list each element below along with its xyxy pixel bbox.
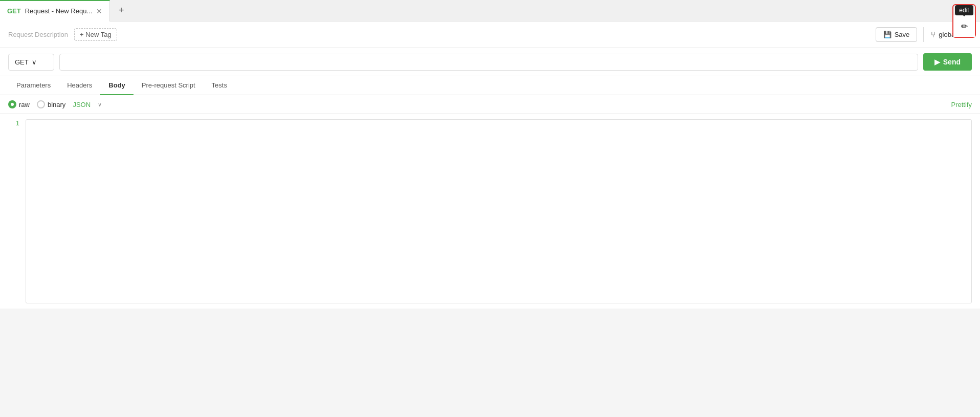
tab-bar: GET Request - New Requ... ✕ + [0, 0, 980, 21]
binary-label: binary [48, 101, 65, 108]
tab-title: Request - New Requ... [25, 7, 93, 15]
edit-panel: edit ✏ [952, 4, 976, 38]
raw-radio[interactable] [8, 100, 16, 108]
tab-get-request[interactable]: GET Request - New Requ... ✕ [0, 0, 110, 21]
raw-label: raw [19, 101, 30, 108]
json-type-chevron-icon[interactable]: ∨ [98, 101, 102, 108]
url-input[interactable] [59, 54, 918, 71]
method-label: GET [15, 58, 29, 66]
tab-pre-request-script[interactable]: Pre-request Script [133, 76, 204, 95]
pencil-icon: ✏ [961, 21, 968, 31]
json-type-label: JSON [73, 101, 91, 108]
tab-close-icon[interactable]: ✕ [96, 8, 102, 15]
prettify-button[interactable]: Prettify [951, 101, 972, 108]
send-label: Send [943, 58, 961, 66]
tab-tests[interactable]: Tests [204, 76, 235, 95]
tab-method: GET [7, 7, 21, 15]
save-label: Save [895, 31, 910, 38]
tab-body[interactable]: Body [100, 76, 133, 95]
tabs-nav: Parameters Headers Body Pre-request Scri… [0, 76, 980, 95]
header-row: Request Description + New Tag 💾 Save ⑂ g… [0, 21, 980, 48]
binary-radio[interactable] [37, 100, 45, 108]
raw-option[interactable]: raw [8, 100, 30, 108]
method-chevron-icon: ∨ [32, 58, 37, 66]
body-options: raw binary JSON ∨ Prettify [0, 95, 980, 114]
binary-option[interactable]: binary [37, 100, 65, 108]
save-icon: 💾 [883, 31, 892, 38]
tab-headers[interactable]: Headers [59, 76, 100, 95]
send-icon: ▶ [934, 58, 940, 66]
edit-pencil-button[interactable]: ✏ [953, 15, 975, 37]
line-numbers: 1 [0, 119, 26, 303]
url-bar: GET ∨ ▶ Send [0, 48, 980, 76]
send-button[interactable]: ▶ Send [923, 53, 972, 71]
line-number-1: 1 [6, 119, 19, 127]
edit-tooltip: edit [955, 5, 973, 15]
code-editor: 1 [0, 114, 980, 309]
new-tag-button[interactable]: + New Tag [74, 28, 117, 41]
tab-parameters[interactable]: Parameters [8, 76, 59, 95]
env-icon: ⑂ [931, 30, 936, 39]
request-description-label: Request Description [8, 31, 68, 38]
code-input-area[interactable] [26, 119, 972, 303]
method-selector[interactable]: GET ∨ [8, 54, 54, 71]
save-button[interactable]: 💾 Save [876, 27, 918, 42]
tab-add-button[interactable]: + [112, 2, 130, 20]
